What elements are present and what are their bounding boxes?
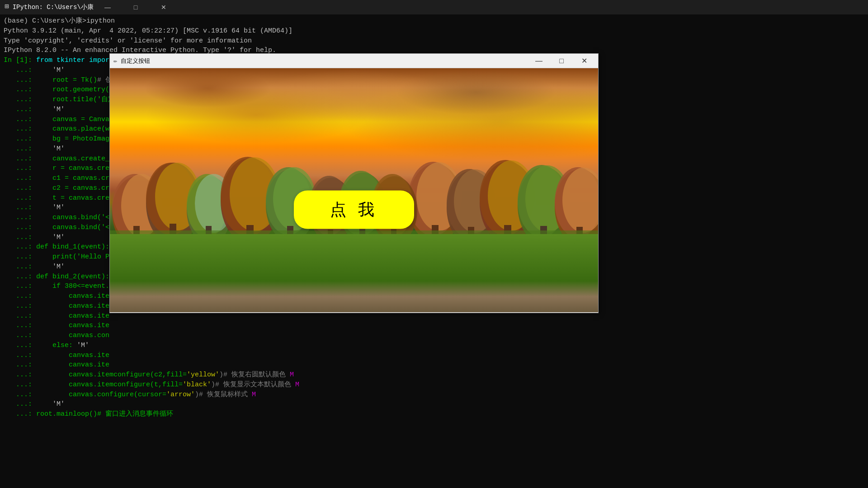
tkinter-close-button[interactable]: ✕ [574,55,594,67]
terminal-maximize-button[interactable]: □ [125,1,146,14]
terminal-title: IPython: C:\Users\小康 [13,3,94,12]
terminal-line: ...: canvas.itemconfigure(c2,fill='yello… [4,370,864,380]
tkinter-canvas: 点 我 [110,68,598,312]
terminal-titlebar: ⊞ IPython: C:\Users\小康 — □ ✕ [0,0,868,14]
terminal-line: ...: else: 'M' [4,341,864,351]
canvas-ground [110,234,598,312]
terminal-line: ...: canvas.ite [4,351,864,361]
terminal-line: ...: canvas.configure(cursor='arrow')# 恢… [4,390,864,400]
tkinter-minimize-button[interactable]: — [528,55,549,67]
terminal-close-button[interactable]: ✕ [153,1,174,14]
tkinter-window[interactable]: ✏ 自定义按钮 — □ ✕ [109,53,599,313]
tkinter-window-icon: ✏ [113,57,117,65]
terminal-line: (base) C:\Users\小康>ipython [4,16,864,26]
terminal-line: Python 3.9.12 (main, Apr 4 2022, 05:22:2… [4,26,864,36]
terminal-line: ...: canvas.itemconfigure(t,fill='black'… [4,380,864,390]
terminal-minimize-button[interactable]: — [97,1,118,14]
terminal-line: ...: canvas.ite [4,360,864,370]
tkinter-window-controls: — □ ✕ [528,55,594,67]
terminal-icon: ⊞ [5,2,9,12]
terminal-line: ...: canvas.ite [4,321,864,331]
terminal-line: ...: canvas.con [4,331,864,341]
terminal-line: ...: 'M' [4,399,864,409]
canvas-click-button[interactable]: 点 我 [294,191,414,229]
tkinter-maximize-button[interactable]: □ [551,55,572,67]
tkinter-titlebar: ✏ 自定义按钮 — □ ✕ [110,54,598,68]
terminal-line: ...: root.mainloop()# 窗口进入消息事件循环 [4,409,864,419]
terminal-controls: — □ ✕ [97,1,174,14]
tkinter-window-title: 自定义按钮 [121,57,525,65]
terminal-line: Type 'copyright', 'credits' or 'license'… [4,36,864,46]
